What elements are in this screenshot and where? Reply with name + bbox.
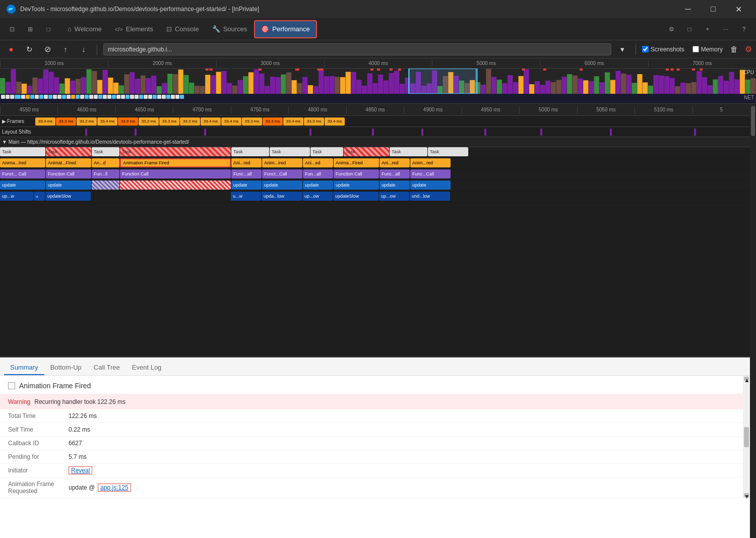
tab-welcome[interactable]: ⌂ Welcome <box>61 20 108 38</box>
animation-block[interactable]: Anim...ired <box>262 158 302 167</box>
function-call-block[interactable]: Function Call <box>334 169 379 178</box>
update-slow-block[interactable]: up...ow <box>302 192 333 201</box>
delete-button[interactable]: 🗑 <box>727 42 741 56</box>
frame-item[interactable]: 33.3 ms <box>263 117 283 126</box>
task-block[interactable]: Task <box>231 147 269 156</box>
function-call-block[interactable]: Func...all <box>231 169 262 178</box>
frame-item[interactable]: 33.4 ms <box>283 117 303 126</box>
screenshots-check[interactable]: Screenshots <box>642 46 684 53</box>
app-js-link[interactable]: app.js:125 <box>98 484 131 492</box>
download-button[interactable]: ↓ <box>77 42 91 56</box>
frame-item[interactable]: 33.3 ms <box>242 117 262 126</box>
task-block[interactable]: Task <box>92 147 119 156</box>
update-slow-block[interactable]: updateSlow <box>333 192 379 201</box>
update-slow-block[interactable]: updateSlow <box>45 192 91 201</box>
task-block[interactable]: Task <box>310 147 343 156</box>
update-block[interactable]: update <box>303 181 333 190</box>
update-block[interactable]: update <box>46 181 91 190</box>
close-button[interactable]: ✕ <box>727 0 750 18</box>
screenshots-checkbox[interactable] <box>642 46 649 52</box>
function-call-block[interactable]: Funct...Call <box>262 169 302 178</box>
flame-scrollbar[interactable] <box>750 104 756 538</box>
animation-block[interactable]: Ani...ed <box>303 158 333 167</box>
task-block[interactable]: Task <box>270 147 310 156</box>
memory-checkbox[interactable] <box>692 46 699 52</box>
add-tab-icon[interactable]: + <box>700 21 716 37</box>
dropdown-button[interactable]: ▾ <box>615 42 629 56</box>
tab-call-tree[interactable]: Call Tree <box>88 361 126 375</box>
function-call-block[interactable]: Function Call <box>120 169 231 178</box>
frame-item[interactable]: 33.2 ms <box>180 117 200 126</box>
frame-item[interactable]: 33.3 ms <box>56 117 76 126</box>
mixed-block-large[interactable] <box>120 181 231 190</box>
frame-item[interactable]: 33.4 ms <box>97 117 117 126</box>
dock-icon[interactable]: ⊞ <box>22 21 38 37</box>
animation-frame-fired-block[interactable]: Animation Frame Fired <box>120 158 231 167</box>
frame-item[interactable]: 33.4 ms <box>325 117 345 126</box>
task-block[interactable]: Task <box>0 147 45 156</box>
clear-button[interactable]: ⊘ <box>40 42 54 56</box>
settings-gear-icon[interactable]: ⚙ <box>745 44 752 54</box>
settings-icon[interactable]: ⚙ <box>663 21 679 37</box>
animation-block[interactable]: Ani...red <box>380 158 410 167</box>
help-icon[interactable]: ? <box>736 21 752 37</box>
summary-checkbox[interactable] <box>8 382 15 389</box>
frame-item[interactable]: 33.4 ms <box>35 117 55 126</box>
task-block[interactable]: Task <box>390 147 427 156</box>
update-slow-block[interactable]: up...ow <box>379 192 409 201</box>
animation-block[interactable]: Animat...Fired <box>46 158 91 167</box>
animation-block[interactable]: Anim...red <box>410 158 451 167</box>
task-block[interactable]: Task <box>120 147 231 156</box>
record-button[interactable]: ● <box>4 42 18 56</box>
function-call-block[interactable]: Func...Call <box>410 169 451 178</box>
minimize-button[interactable]: ─ <box>676 0 700 18</box>
tab-performance[interactable]: 🎯 Performance <box>254 20 317 38</box>
maximize-button[interactable]: □ <box>702 0 725 18</box>
more-icon[interactable]: ··· <box>718 21 734 37</box>
function-call-block[interactable]: Funct... Call <box>0 169 45 178</box>
tab-bottom-up[interactable]: Bottom-Up <box>44 361 88 375</box>
frame-item[interactable]: 33.4 ms <box>221 117 241 126</box>
summary-scrollbar[interactable]: ▲ ▼ <box>743 376 750 498</box>
task-block[interactable]: Task <box>428 147 468 156</box>
tab-sources[interactable]: 🔧 Sources <box>206 20 254 38</box>
task-block[interactable]: Task <box>344 147 389 156</box>
update-block[interactable]: update <box>231 181 262 190</box>
animation-block[interactable]: Ani...red <box>231 158 262 167</box>
frame-item[interactable]: 33.3 ms <box>304 117 324 126</box>
frame-item[interactable]: 33.2 ms <box>77 117 97 126</box>
reveal-link[interactable]: Reveal <box>69 466 92 474</box>
task-block[interactable]: Task <box>46 147 91 156</box>
frame-item[interactable]: 33.6 ms <box>118 117 138 126</box>
update-block[interactable]: update <box>410 181 451 190</box>
frame-item[interactable]: 33.4 ms <box>201 117 221 126</box>
update-block[interactable]: update <box>334 181 379 190</box>
url-input[interactable] <box>103 43 611 55</box>
animation-block[interactable]: Anima...ired <box>0 158 45 167</box>
update-slow-block[interactable]: upda...low <box>262 192 302 201</box>
tab-event-log[interactable]: Event Log <box>126 361 168 375</box>
flame-scroll-thumb[interactable] <box>751 106 755 136</box>
tab-console[interactable]: ⊡ Console <box>160 20 205 38</box>
browser-icon[interactable]: □ <box>681 21 698 37</box>
refresh-button[interactable]: ↻ <box>22 42 36 56</box>
update-block[interactable]: update <box>0 181 45 190</box>
update-slow-block[interactable]: u <box>34 192 45 201</box>
function-call-block[interactable]: Fun...all <box>303 169 333 178</box>
function-call-block[interactable]: Function Call <box>46 169 91 178</box>
frame-item[interactable]: 33.2 ms <box>139 117 159 126</box>
update-slow-block[interactable]: u...w <box>231 192 261 201</box>
animation-block[interactable]: Anima...Fired <box>334 158 379 167</box>
function-call-block[interactable]: Func...all <box>380 169 410 178</box>
update-slow-block[interactable]: up...w <box>0 192 33 201</box>
tab-elements[interactable]: </> Elements <box>109 20 159 38</box>
frame-item[interactable]: 33.3 ms <box>159 117 179 126</box>
update-block[interactable]: update <box>262 181 302 190</box>
detach-icon[interactable]: □ <box>40 21 56 37</box>
mixed-block[interactable] <box>92 181 119 190</box>
tab-summary[interactable]: Summary <box>4 361 44 375</box>
update-slow-block[interactable]: und...low <box>410 192 450 201</box>
memory-check[interactable]: Memory <box>692 46 723 53</box>
frames-expand-icon[interactable]: ▶ <box>2 118 6 124</box>
upload-button[interactable]: ↑ <box>58 42 73 56</box>
